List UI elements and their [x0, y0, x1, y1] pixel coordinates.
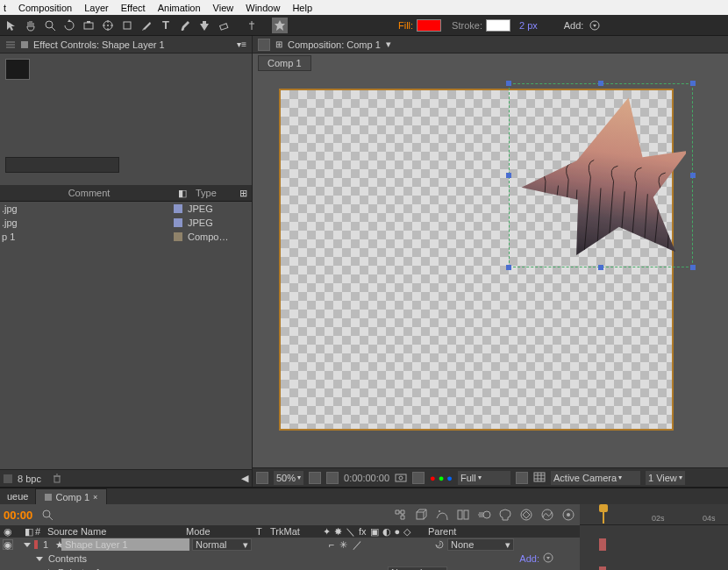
layer-polystar-row[interactable]: Polystar 1 Normal▾ — [0, 566, 580, 570]
layer-name[interactable]: Shape Layer 1 — [61, 538, 189, 551]
resize-handle[interactable] — [506, 173, 511, 178]
viewer-icon[interactable] — [309, 472, 321, 484]
search-input[interactable] — [5, 157, 119, 173]
bpc-toggle[interactable]: 8 bpc — [18, 474, 41, 484]
index-column[interactable]: # — [35, 526, 40, 537]
resize-handle[interactable] — [598, 265, 603, 270]
interpret-footage-icon[interactable] — [4, 474, 12, 483]
grid-icon[interactable] — [533, 472, 546, 484]
project-item-jpeg[interactable]: .jpg JPEG — [0, 216, 252, 230]
view-layout-dropdown[interactable]: 1 View▾ — [646, 471, 685, 485]
fill-swatch[interactable] — [417, 19, 441, 32]
comp-flowchart-icon[interactable] — [392, 507, 408, 523]
render-queue-tab[interactable]: ueue — [0, 491, 35, 502]
composition-canvas[interactable] — [279, 89, 674, 431]
twirl-down-icon[interactable] — [36, 557, 43, 561]
selection-tool-icon[interactable] — [4, 18, 19, 33]
timecode-display[interactable]: 0:00:00:00 — [344, 473, 389, 483]
resize-handle[interactable] — [690, 173, 696, 178]
search-icon[interactable] — [41, 509, 54, 522]
resize-handle[interactable] — [506, 265, 511, 270]
toggle-alpha-icon[interactable] — [256, 472, 268, 484]
stroke-swatch[interactable] — [486, 19, 510, 32]
layer-duration-bar[interactable] — [599, 566, 606, 570]
shy-switch-icon[interactable]: ⌐ — [329, 539, 334, 550]
roi-icon[interactable] — [516, 472, 528, 484]
panel-grabber-icon[interactable] — [258, 39, 270, 51]
switches-icon[interactable]: fx — [359, 526, 367, 537]
puppet-tool-icon[interactable] — [244, 18, 260, 33]
timeline-track-view[interactable]: 02s 04s — [580, 504, 728, 570]
brainstorm-icon[interactable] — [497, 507, 513, 523]
pen-tool-icon[interactable] — [139, 18, 154, 33]
current-time-display[interactable]: 00:00 — [4, 509, 32, 522]
zoom-dropdown[interactable]: 50%▾ — [274, 471, 303, 485]
project-items-list[interactable]: .jpg JPEG .jpg JPEG p 1 Compo… — [0, 202, 252, 469]
layer-duration-bar[interactable] — [599, 538, 606, 551]
composition-mini-tab[interactable]: Comp 1 — [258, 55, 311, 71]
resolution-dropdown[interactable]: Full▾ — [458, 471, 510, 485]
star-tool-active-icon[interactable] — [272, 18, 288, 33]
menu-item[interactable]: t — [4, 3, 6, 13]
scroll-left-icon[interactable]: ◀ — [241, 473, 248, 484]
panel-menu-icon[interactable]: ▾≡ — [237, 39, 246, 49]
camera-dropdown[interactable]: Active Camera▾ — [551, 471, 640, 485]
parent-dropdown[interactable]: None▾ — [447, 538, 514, 551]
trash-icon[interactable] — [52, 473, 62, 485]
draft-3d-icon[interactable] — [413, 507, 429, 523]
hide-shy-icon[interactable] — [434, 507, 450, 523]
eye-column-icon[interactable]: ◉ — [4, 526, 12, 538]
mode-column[interactable]: Mode — [186, 526, 211, 537]
snapshot-icon[interactable] — [395, 472, 407, 484]
add-menu-icon[interactable] — [543, 552, 553, 565]
timeline-comp-tab[interactable]: Comp 1 × — [35, 488, 107, 504]
switches-icon[interactable]: ✦ — [323, 526, 331, 538]
channel-icon[interactable]: ● — [430, 473, 436, 483]
project-item-jpeg[interactable]: .jpg JPEG — [0, 202, 252, 216]
time-ruler[interactable]: 02s 04s — [580, 504, 728, 525]
frame-blend-icon[interactable] — [455, 507, 471, 523]
shape-selection-bounds[interactable] — [509, 83, 693, 267]
menu-item-view[interactable]: View — [213, 3, 234, 13]
viewer-icon[interactable] — [412, 472, 425, 484]
star-shape-icon[interactable] — [516, 85, 686, 260]
flowchart-icon[interactable]: ⊞ — [275, 39, 282, 49]
pan-behind-tool-icon[interactable] — [100, 18, 116, 33]
rotate-tool-icon[interactable] — [61, 18, 77, 33]
switches-icon[interactable]: ▣ — [370, 526, 379, 538]
menu-item-composition[interactable]: Composition — [18, 3, 72, 13]
switches-icon[interactable]: ＼ — [346, 525, 355, 538]
twirl-down-icon[interactable] — [24, 543, 31, 547]
hand-tool-icon[interactable] — [23, 18, 39, 33]
blend-mode-dropdown[interactable]: Normal▾ — [192, 538, 252, 551]
brush-tool-icon[interactable] — [177, 18, 193, 33]
parent-column[interactable]: Parent — [428, 526, 456, 537]
type-tool-icon[interactable]: T — [158, 18, 174, 33]
stroke-width-value[interactable]: 2 px — [519, 20, 538, 31]
close-tab-icon[interactable]: × — [93, 493, 97, 502]
pickwhip-icon[interactable] — [434, 539, 445, 550]
column-comment[interactable]: Comment — [0, 188, 178, 198]
switches-icon[interactable]: ✸ — [334, 526, 342, 538]
eraser-tool-icon[interactable] — [216, 18, 232, 33]
resize-handle[interactable] — [506, 81, 511, 86]
switches-icon[interactable]: ● — [395, 526, 401, 537]
current-time-indicator-icon[interactable] — [597, 504, 610, 524]
graph-editor-icon[interactable] — [539, 507, 555, 523]
layer-contents-row[interactable]: Contents Add: — [0, 552, 580, 566]
switches-icon[interactable]: ◐ — [382, 526, 391, 538]
composition-viewer[interactable] — [253, 71, 728, 467]
timeline-options-icon[interactable] — [560, 507, 576, 523]
shape-tool-icon[interactable] — [119, 18, 135, 33]
timeline-layer-row[interactable]: ◉ 1 ★ Shape Layer 1 Normal▾ ⌐ ✳ ／ — [0, 538, 580, 552]
menu-item-animation[interactable]: Animation — [158, 3, 201, 13]
polystar-mode-dropdown[interactable]: Normal▾ — [388, 566, 447, 570]
zoom-tool-icon[interactable] — [42, 18, 58, 33]
camera-tool-icon[interactable] — [81, 18, 96, 33]
add-menu-icon[interactable] — [587, 18, 603, 33]
resize-handle[interactable] — [690, 265, 696, 270]
quality-switch-icon[interactable]: ／ — [353, 538, 362, 552]
collapse-switch-icon[interactable]: ✳ — [339, 539, 347, 551]
label-column-icon[interactable]: ◧ — [178, 188, 190, 199]
motion-blur-icon[interactable] — [476, 507, 492, 523]
